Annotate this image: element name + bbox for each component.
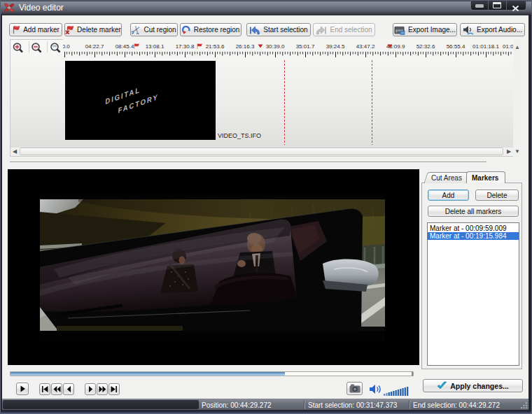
svg-text:100: 100 xyxy=(52,44,57,48)
